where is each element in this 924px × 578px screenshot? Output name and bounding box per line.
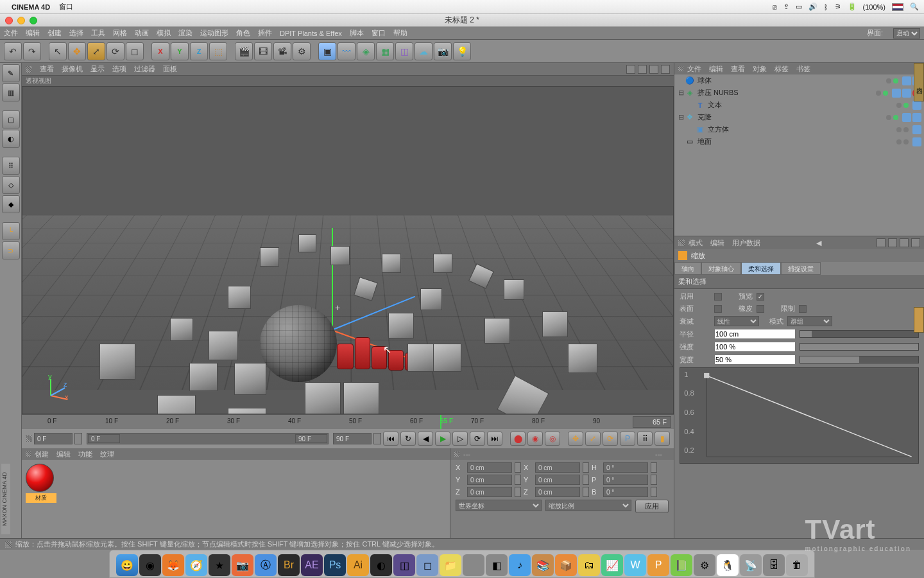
- key-scale-button[interactable]: ⤢: [585, 432, 601, 446]
- width-input[interactable]: [714, 355, 796, 365]
- tag-icon[interactable]: [912, 137, 921, 146]
- cube-clone[interactable]: [99, 344, 135, 380]
- preview-checkbox[interactable]: ✓: [757, 293, 764, 301]
- cube-clone[interactable]: [407, 344, 436, 372]
- pos-z-input[interactable]: [467, 487, 512, 497]
- viewport-3d[interactable]: +: [22, 86, 674, 414]
- record-button[interactable]: ⬤: [510, 432, 526, 446]
- dock-safari[interactable]: 🧭: [185, 554, 207, 576]
- spotlight-icon[interactable]: 🔍: [910, 3, 919, 11]
- key-param-button[interactable]: P: [620, 432, 635, 446]
- strength-input[interactable]: [714, 342, 796, 352]
- tab-softsel[interactable]: 柔和选择: [741, 262, 781, 275]
- attr-icon[interactable]: [888, 238, 897, 247]
- bluetooth-icon[interactable]: ᛒ: [824, 3, 828, 11]
- key-rot-button[interactable]: ⟳: [603, 432, 618, 446]
- axis-z-lock[interactable]: Z: [190, 42, 208, 60]
- dock-app[interactable]: 📚: [532, 554, 554, 576]
- tab-objaxis[interactable]: 对象轴心: [701, 262, 741, 275]
- menu-extra-icon[interactable]: ⇪: [783, 3, 789, 11]
- right-tab-1[interactable]: 内容: [914, 63, 924, 101]
- flag-icon[interactable]: [892, 3, 903, 11]
- coord-space-select[interactable]: 世界坐标: [456, 500, 542, 511]
- timeline-playhead[interactable]: [440, 415, 441, 429]
- goto-end-button[interactable]: ⏭: [487, 432, 502, 446]
- add-spline-button[interactable]: 〰: [338, 42, 355, 60]
- mat-edit[interactable]: 编辑: [56, 450, 71, 459]
- menu-file[interactable]: 文件: [4, 28, 18, 38]
- tree-item-nurbs[interactable]: ⊟◈挤压 NURBS: [674, 87, 924, 99]
- vp-display[interactable]: 显示: [90, 64, 105, 74]
- dock-ai[interactable]: Ai: [347, 554, 369, 576]
- cube-clone[interactable]: [228, 408, 266, 414]
- keyframe-sel-button[interactable]: ◎: [545, 432, 560, 446]
- panel-grip-icon[interactable]: [454, 451, 459, 457]
- minimize-window-button[interactable]: [17, 17, 25, 24]
- key-options-button[interactable]: ⠿: [637, 432, 653, 446]
- menu-char[interactable]: 角色: [236, 28, 250, 38]
- vp-nav-icon[interactable]: [661, 65, 670, 74]
- loop-button[interactable]: ↻: [400, 432, 416, 446]
- close-window-button[interactable]: [5, 17, 13, 24]
- mac-menu-window[interactable]: 窗口: [59, 2, 73, 12]
- dock-itunes[interactable]: ♪: [509, 554, 531, 576]
- coord-system[interactable]: ⬚: [209, 42, 227, 60]
- dock-imovie[interactable]: ★: [209, 554, 230, 576]
- cube-clone[interactable]: [484, 318, 510, 344]
- menu-tools[interactable]: 工具: [91, 28, 105, 38]
- vp-nav-icon[interactable]: [649, 65, 658, 74]
- zoom-window-button[interactable]: [30, 17, 37, 24]
- mat-func[interactable]: 功能: [78, 450, 92, 459]
- cube-clone[interactable]: [170, 318, 193, 341]
- pos-y-input[interactable]: [467, 475, 512, 485]
- coord-scale-select[interactable]: 缩放比例: [545, 500, 631, 511]
- menu-anim[interactable]: 动画: [135, 28, 149, 38]
- tree-item-cube[interactable]: ▣立方体: [674, 123, 924, 136]
- menu-create[interactable]: 创建: [47, 28, 62, 38]
- render-view-button[interactable]: 🎬: [235, 42, 253, 60]
- size-z-input[interactable]: [535, 487, 580, 497]
- add-light-button[interactable]: 💡: [453, 42, 471, 60]
- next-key-button[interactable]: ⟳: [470, 432, 485, 446]
- tree-item-cloner[interactable]: ⊟❖克隆: [674, 111, 924, 123]
- autokey-button[interactable]: ◉: [527, 432, 543, 446]
- dock-app[interactable]: 📗: [671, 554, 692, 576]
- cube-clone[interactable]: [388, 313, 414, 338]
- display-icon[interactable]: ▭: [796, 3, 802, 11]
- obj-view[interactable]: 查看: [731, 64, 745, 74]
- axis-x-lock[interactable]: X: [151, 42, 169, 60]
- menu-mograph[interactable]: 运动图形: [200, 28, 228, 38]
- make-editable-button[interactable]: ✎: [2, 64, 20, 82]
- cube-clone[interactable]: [330, 246, 350, 265]
- add-deformer-button[interactable]: ◫: [395, 42, 413, 60]
- tag-icon[interactable]: [892, 89, 901, 98]
- next-frame-button[interactable]: ▷: [452, 432, 468, 446]
- range-end-input[interactable]: [295, 434, 327, 443]
- render-pv-button[interactable]: 📽: [273, 42, 291, 60]
- add-primitive-button[interactable]: ▣: [318, 42, 336, 60]
- cube-clone[interactable]: [504, 279, 524, 300]
- cube-clone[interactable]: [157, 395, 196, 414]
- dock-app[interactable]: 📈: [601, 554, 623, 576]
- radius-input[interactable]: [714, 329, 796, 339]
- y-axis-gizmo[interactable]: [332, 228, 333, 331]
- menu-help[interactable]: 帮助: [393, 28, 407, 38]
- dock-app[interactable]: W: [624, 554, 646, 576]
- tag-icon[interactable]: [912, 101, 921, 110]
- axis-y-lock[interactable]: Y: [171, 42, 189, 60]
- dock-c4d[interactable]: ◐: [370, 554, 392, 576]
- undo-button[interactable]: ↶: [4, 42, 22, 60]
- texture-mode-button[interactable]: ◐: [2, 130, 20, 148]
- tag-icon[interactable]: [902, 113, 911, 122]
- cube-clone[interactable]: [343, 382, 379, 414]
- points-mode-button[interactable]: ⠿: [2, 157, 20, 175]
- rot-b-input[interactable]: [603, 487, 648, 497]
- strength-slider[interactable]: [800, 343, 919, 351]
- polys-mode-button[interactable]: ◆: [2, 195, 20, 213]
- cube-clone[interactable]: [209, 331, 238, 360]
- falloff-curve-editor[interactable]: 1 0.8 0.6 0.4 0.2: [680, 367, 919, 464]
- cube-clone[interactable]: [298, 234, 316, 252]
- apply-button[interactable]: 应用: [635, 500, 669, 513]
- time-start-input[interactable]: [34, 433, 73, 444]
- add-nurbs-button[interactable]: ◈: [357, 42, 375, 60]
